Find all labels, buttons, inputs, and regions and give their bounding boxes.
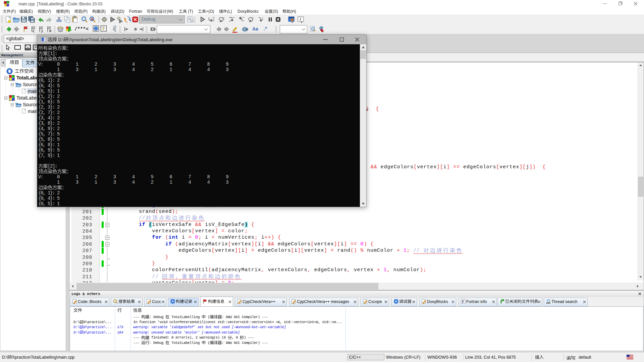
svg-text:?: ? [102, 26, 105, 31]
svg-text:R: R [91, 17, 94, 21]
svg-text:F: F [462, 299, 465, 303]
